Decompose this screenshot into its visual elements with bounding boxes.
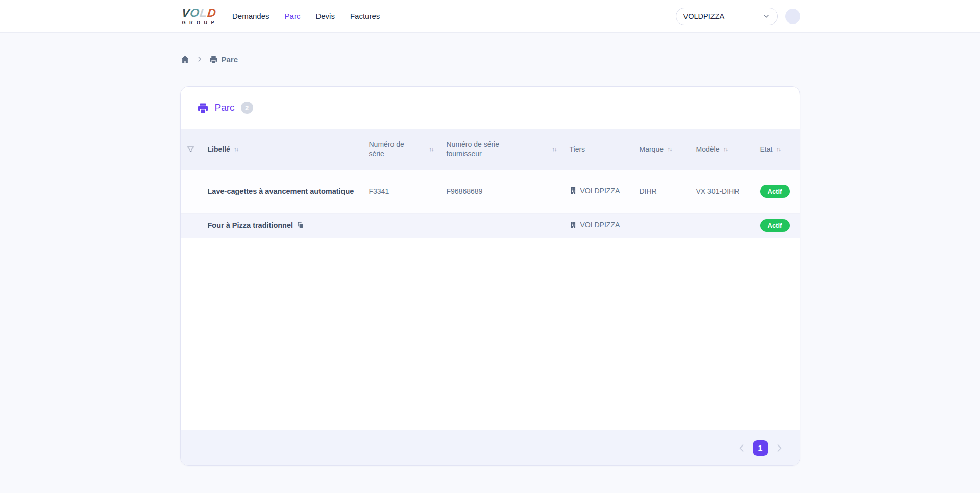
pagination: 1 bbox=[181, 430, 800, 465]
chevron-down-icon bbox=[762, 12, 770, 20]
nav-item-factures[interactable]: Factures bbox=[350, 12, 380, 20]
pagination-prev-button[interactable] bbox=[737, 443, 747, 453]
copy-icon[interactable] bbox=[297, 221, 304, 229]
header-cell-tiers: Tiers bbox=[562, 145, 632, 154]
printer-icon bbox=[197, 102, 209, 114]
cell-marque bbox=[632, 222, 689, 230]
breadcrumb: Parc bbox=[180, 53, 800, 65]
chevron-right-icon bbox=[196, 56, 203, 63]
nav-item-demandes[interactable]: Demandes bbox=[232, 12, 270, 20]
cell-numero-serie-fournisseur: F96868689 bbox=[439, 182, 562, 200]
card-header: Parc 2 bbox=[181, 87, 800, 129]
cell-filter-spacer bbox=[181, 222, 201, 230]
nav-item-parc[interactable]: Parc bbox=[285, 12, 301, 20]
main-nav: Demandes Parc Devis Factures bbox=[232, 12, 380, 20]
filter-icon[interactable] bbox=[186, 145, 195, 154]
cell-libelle: Four à Pizza traditionnel bbox=[201, 216, 362, 235]
status-badge: Actif bbox=[760, 185, 790, 198]
header-cell-numero-serie-fournisseur: Numéro de série fournisseur ↑↓ bbox=[439, 139, 562, 159]
cell-modele: VX 301-DIHR bbox=[689, 182, 753, 200]
header-cell-modele: Modèle ↑↓ bbox=[689, 145, 753, 154]
navbar: VOLD GROUP Demandes Parc Devis Factures … bbox=[0, 0, 980, 33]
navbar-right: VOLDPIZZA bbox=[676, 8, 800, 25]
brand-subtitle: GROUP bbox=[182, 20, 218, 25]
brand-logo[interactable]: VOLD GROUP bbox=[180, 7, 218, 25]
sort-icon[interactable]: ↑↓ bbox=[776, 145, 781, 154]
organization-select[interactable]: VOLDPIZZA bbox=[676, 8, 778, 25]
cell-marque: DIHR bbox=[632, 182, 689, 200]
sort-icon[interactable]: ↑↓ bbox=[429, 145, 434, 154]
tiers-cell-content: VOLDPIZZA bbox=[570, 220, 620, 230]
cell-etat: Actif bbox=[753, 181, 800, 202]
status-badge: Actif bbox=[760, 219, 790, 232]
organization-select-value: VOLDPIZZA bbox=[683, 12, 762, 20]
navbar-inner: VOLD GROUP Demandes Parc Devis Factures … bbox=[180, 0, 800, 32]
header-cell-filter bbox=[181, 145, 201, 154]
sort-icon[interactable]: ↑↓ bbox=[552, 145, 557, 154]
building-icon bbox=[570, 221, 577, 228]
cell-etat: Actif bbox=[753, 215, 800, 236]
cell-filter-spacer bbox=[181, 187, 201, 196]
sort-icon[interactable]: ↑↓ bbox=[667, 145, 673, 154]
header-cell-numero-serie: Numéro de série ↑↓ bbox=[362, 139, 439, 159]
nav-item-devis[interactable]: Devis bbox=[315, 12, 335, 20]
brand-word: VOLD bbox=[181, 7, 217, 19]
header-cell-etat: Etat ↑↓ bbox=[753, 145, 800, 154]
table-empty-area bbox=[181, 238, 800, 430]
cell-numero-serie bbox=[362, 222, 439, 230]
avatar[interactable] bbox=[785, 9, 800, 24]
table-body-rows: Lave-cagettes à avancement automatique F… bbox=[181, 170, 800, 238]
cell-modele bbox=[689, 222, 753, 230]
building-icon bbox=[570, 187, 577, 194]
printer-icon bbox=[209, 55, 218, 64]
tiers-cell-content: VOLDPIZZA bbox=[570, 185, 620, 196]
table-row[interactable]: Four à Pizza traditionnel VOLDPIZZA Acti… bbox=[181, 214, 800, 238]
breadcrumb-item-parc[interactable]: Parc bbox=[209, 55, 238, 64]
sort-icon[interactable]: ↑↓ bbox=[234, 145, 239, 154]
cell-numero-serie-fournisseur bbox=[439, 222, 562, 230]
table-header: Libellé ↑↓ Numéro de série ↑↓ Numéro de … bbox=[181, 129, 800, 170]
page-title: Parc bbox=[215, 102, 235, 113]
header-cell-marque: Marque ↑↓ bbox=[632, 145, 689, 154]
header-cell-libelle: Libellé ↑↓ bbox=[201, 145, 362, 154]
pagination-page-1[interactable]: 1 bbox=[753, 440, 768, 456]
count-badge: 2 bbox=[241, 102, 253, 114]
breadcrumb-label: Parc bbox=[222, 55, 238, 64]
cell-tiers: VOLDPIZZA bbox=[562, 216, 632, 235]
parc-card: Parc 2 Libellé ↑↓ Numéro de série ↑↓ Num… bbox=[180, 86, 800, 466]
cell-tiers: VOLDPIZZA bbox=[562, 181, 632, 201]
cell-libelle: Lave-cagettes à avancement automatique bbox=[201, 182, 362, 201]
table-row[interactable]: Lave-cagettes à avancement automatique F… bbox=[181, 170, 800, 214]
home-icon[interactable] bbox=[180, 55, 190, 64]
page-content: Parc Parc 2 Libellé ↑↓ Numéro de série bbox=[180, 53, 800, 466]
cell-numero-serie: F3341 bbox=[362, 182, 439, 200]
sort-icon[interactable]: ↑↓ bbox=[723, 145, 728, 154]
pagination-next-button[interactable] bbox=[774, 443, 785, 453]
